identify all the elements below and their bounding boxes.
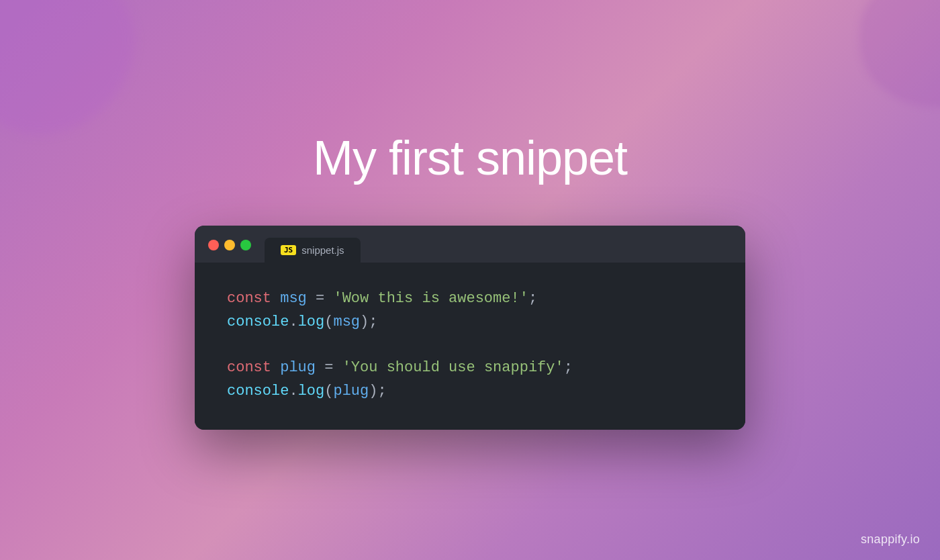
decorative-blob-right bbox=[859, 0, 940, 107]
decorative-blob-left bbox=[0, 0, 134, 134]
js-badge: JS bbox=[281, 245, 296, 255]
tab-filename: snippet.js bbox=[301, 244, 344, 256]
window-controls bbox=[208, 240, 265, 263]
code-window: JS snippet.js const msg = 'Wow this is a… bbox=[195, 226, 745, 430]
close-button[interactable] bbox=[208, 240, 219, 250]
code-block-2: const plug = 'You should use snappify'; … bbox=[227, 356, 713, 403]
code-line-1-2: console.log(msg); bbox=[227, 310, 713, 334]
code-block-1: const msg = 'Wow this is awesome!'; cons… bbox=[227, 287, 713, 334]
code-line-2-1: const plug = 'You should use snappify'; bbox=[227, 356, 713, 379]
branding: snappify.io bbox=[861, 532, 920, 547]
code-line-1-1: const msg = 'Wow this is awesome!'; bbox=[227, 287, 713, 310]
file-tab[interactable]: JS snippet.js bbox=[265, 238, 361, 263]
window-titlebar: JS snippet.js bbox=[195, 226, 745, 263]
page-title: My first snippet bbox=[313, 130, 627, 185]
minimize-button[interactable] bbox=[224, 240, 235, 250]
code-line-2-2: console.log(plug); bbox=[227, 379, 713, 403]
code-editor: const msg = 'Wow this is awesome!'; cons… bbox=[195, 263, 745, 430]
maximize-button[interactable] bbox=[240, 240, 251, 250]
